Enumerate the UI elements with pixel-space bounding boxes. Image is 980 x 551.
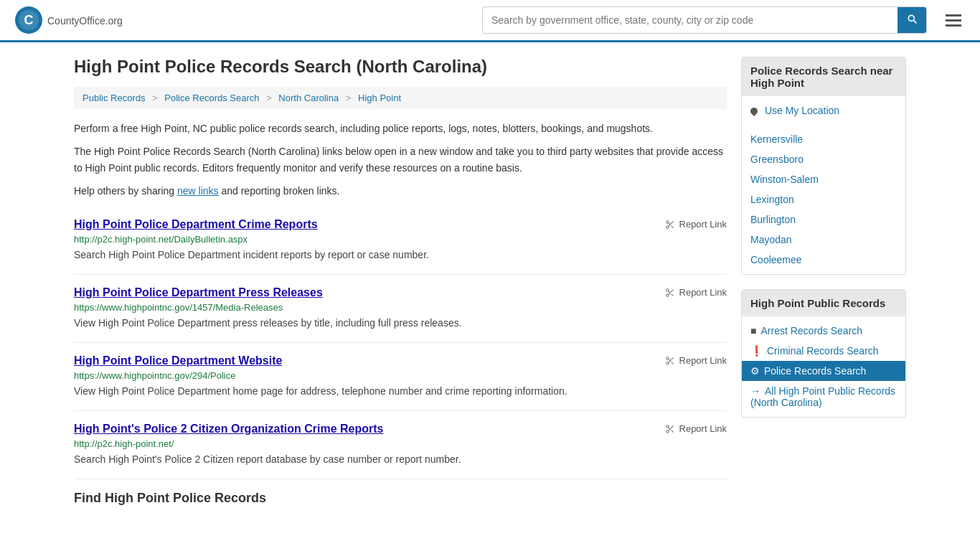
record-icon-2: ⚙: [750, 365, 760, 377]
result-desc-1: View High Point Police Department press …: [74, 316, 727, 331]
nearby-location-item-3[interactable]: Lexington: [742, 189, 905, 209]
menu-line-3: [946, 24, 961, 27]
svg-point-19: [666, 430, 669, 433]
public-records-link-3[interactable]: All High Point Public Records (North Car…: [750, 385, 895, 408]
breadcrumb-sep-3: >: [346, 93, 352, 103]
nearby-location-link-4[interactable]: Burlington: [750, 214, 796, 225]
use-my-location-link[interactable]: Use My Location: [765, 105, 839, 116]
breadcrumb-public-records[interactable]: Public Records: [83, 93, 145, 103]
logo-icon: C: [14, 6, 43, 34]
report-link-btn-3[interactable]: Report Link: [665, 423, 727, 434]
nearby-title: Police Records Search near High Point: [742, 57, 905, 96]
svg-line-17: [668, 359, 669, 360]
svg-point-8: [666, 288, 669, 291]
record-icon-3: →: [750, 385, 760, 397]
nearby-location-item-6[interactable]: Cooleemee: [742, 250, 905, 270]
public-records-item-0[interactable]: ■Arrest Records Search: [742, 321, 905, 341]
location-pin-icon: [749, 106, 759, 116]
search-icon: [906, 13, 918, 24]
svg-text:C: C: [24, 13, 34, 27]
public-records-item-3[interactable]: →All High Point Public Records (North Ca…: [742, 381, 905, 413]
nearby-location-link-6[interactable]: Cooleemee: [750, 254, 802, 265]
breadcrumb-north-carolina[interactable]: North Carolina: [278, 93, 339, 103]
logo-link[interactable]: C CountyOffice.org: [14, 6, 123, 34]
nearby-location-link-5[interactable]: Mayodan: [750, 234, 792, 245]
svg-line-11: [671, 293, 673, 296]
hamburger-menu-button[interactable]: [941, 10, 966, 31]
result-url-0: http://p2c.high-point.net/DailyBulletin.…: [74, 234, 727, 245]
result-url-1: https://www.highpointnc.gov/1457/Media-R…: [74, 302, 727, 313]
record-icon-1: ❗: [750, 345, 763, 357]
public-records-item-2[interactable]: ⚙Police Records Search: [742, 361, 905, 381]
report-link-btn-1[interactable]: Report Link: [665, 287, 727, 298]
public-records-title: High Point Public Records: [742, 290, 905, 316]
nearby-list: Use My Location: [742, 96, 905, 125]
desc-para-1: Perform a free High Point, NC public pol…: [74, 121, 727, 136]
result-desc-2: View High Point Police Department home p…: [74, 384, 727, 399]
svg-point-18: [666, 425, 669, 428]
report-link-btn-0[interactable]: Report Link: [665, 219, 727, 230]
public-records-link-2[interactable]: Police Records Search: [764, 365, 866, 377]
svg-line-21: [671, 430, 673, 432]
find-section-title: Find High Point Police Records: [74, 479, 727, 506]
nearby-location-item-1[interactable]: Greensboro: [742, 149, 905, 169]
result-title-1[interactable]: High Point Police Department Press Relea…: [74, 286, 323, 299]
menu-line-2: [946, 19, 961, 22]
search-bar: [482, 6, 927, 34]
breadcrumb-sep-2: >: [266, 93, 272, 103]
svg-point-9: [666, 293, 669, 296]
use-my-location-item[interactable]: Use My Location: [742, 100, 905, 121]
svg-point-13: [666, 357, 669, 359]
search-button[interactable]: [897, 7, 926, 33]
main-container: High Point Police Records Search (North …: [60, 42, 920, 520]
nearby-location-item-5[interactable]: Mayodan: [742, 230, 905, 250]
scissor-icon-3: [665, 424, 675, 434]
results-list: High Point Police Department Crime Repor…: [74, 207, 727, 479]
report-link-label-1: Report Link: [679, 287, 727, 298]
breadcrumb-sep-1: >: [152, 93, 158, 103]
page-title: High Point Police Records Search (North …: [74, 57, 727, 77]
breadcrumb-police-records-search[interactable]: Police Records Search: [164, 93, 259, 103]
result-header-3: High Point's Police 2 Citizen Organizati…: [74, 423, 727, 435]
menu-line-1: [946, 14, 961, 17]
public-records-item-1[interactable]: ❗Criminal Records Search: [742, 341, 905, 361]
breadcrumb: Public Records > Police Records Search >…: [74, 87, 727, 109]
report-link-btn-2[interactable]: Report Link: [665, 355, 727, 366]
result-item-0: High Point Police Department Crime Repor…: [74, 207, 727, 275]
nearby-location-item-2[interactable]: Winston-Salem: [742, 169, 905, 189]
svg-point-3: [666, 220, 669, 223]
desc-para-2: The High Point Police Records Search (No…: [74, 143, 727, 176]
result-header-0: High Point Police Department Crime Repor…: [74, 218, 727, 231]
search-input[interactable]: [483, 9, 897, 32]
nearby-location-item-0[interactable]: Kernersville: [742, 129, 905, 149]
public-records-link-1[interactable]: Criminal Records Search: [767, 345, 879, 357]
svg-line-7: [668, 222, 669, 224]
nearby-location-link-2[interactable]: Winston-Salem: [750, 174, 819, 185]
content-area: High Point Police Records Search (North …: [74, 57, 727, 506]
scissor-icon-1: [665, 288, 675, 298]
result-url-3: http://p2c.high-point.net/: [74, 438, 727, 449]
nearby-location-link-1[interactable]: Greensboro: [750, 154, 804, 165]
svg-line-12: [668, 291, 669, 292]
svg-line-22: [668, 427, 669, 428]
svg-line-16: [671, 362, 673, 364]
nearby-location-link-0[interactable]: Kernersville: [750, 133, 803, 145]
nearby-location-item-4[interactable]: Burlington: [742, 209, 905, 230]
nearby-box: Police Records Search near High Point Us…: [741, 57, 906, 275]
new-links-link[interactable]: new links: [177, 185, 219, 197]
site-header: C CountyOffice.org: [0, 0, 980, 42]
result-title-2[interactable]: High Point Police Department Website: [74, 354, 282, 367]
result-title-3[interactable]: High Point's Police 2 Citizen Organizati…: [74, 423, 383, 435]
public-records-list: ■Arrest Records Search❗Criminal Records …: [742, 316, 905, 417]
nearby-location-link-3[interactable]: Lexington: [750, 194, 794, 205]
result-title-0[interactable]: High Point Police Department Crime Repor…: [74, 218, 318, 231]
logo-text: CountyOffice.org: [47, 13, 123, 28]
result-desc-0: Search High Point Police Department inci…: [74, 248, 727, 263]
result-item-1: High Point Police Department Press Relea…: [74, 275, 727, 343]
public-records-link-0[interactable]: Arrest Records Search: [760, 325, 862, 336]
breadcrumb-high-point[interactable]: High Point: [358, 93, 401, 103]
public-records-box: High Point Public Records ■Arrest Record…: [741, 289, 906, 418]
nearby-locations-list: KernersvilleGreensboroWinston-SalemLexin…: [742, 125, 905, 274]
scissor-icon-2: [665, 356, 675, 366]
result-item-3: High Point's Police 2 Citizen Organizati…: [74, 411, 727, 479]
